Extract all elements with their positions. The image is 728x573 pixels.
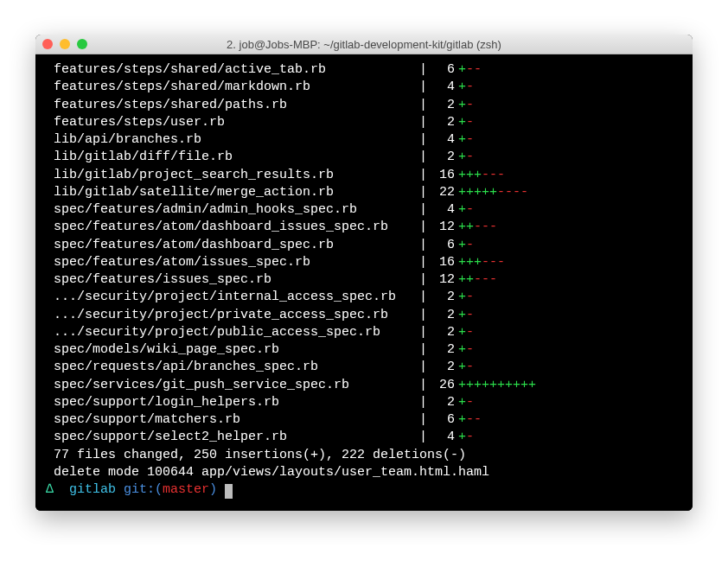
maximize-icon[interactable] xyxy=(77,39,87,49)
diff-pipe: | xyxy=(419,394,427,411)
diff-plus: +++ xyxy=(458,167,482,184)
diff-minus: - xyxy=(466,341,474,359)
diff-count: 4 xyxy=(427,429,458,446)
diff-path: spec/features/admin/admin_hooks_spec.rb xyxy=(46,201,419,219)
diff-path: spec/services/git_push_service_spec.rb xyxy=(46,377,419,394)
diff-count: 2 xyxy=(427,341,458,359)
diff-plus: + xyxy=(458,429,466,446)
prompt-symbol: ∆ xyxy=(46,482,54,497)
diff-path: spec/features/atom/dashboard_issues_spec… xyxy=(46,219,419,236)
diff-count: 16 xyxy=(427,254,458,271)
cursor xyxy=(225,484,233,499)
diff-path: .../security/project/internal_access_spe… xyxy=(46,289,419,306)
diff-row: spec/support/matchers.rb |6 +-- xyxy=(46,411,682,429)
diff-minus: -- xyxy=(466,411,482,429)
diff-row: spec/features/admin/admin_hooks_spec.rb … xyxy=(46,201,682,219)
diff-plus: + xyxy=(458,394,466,411)
diff-row: spec/features/atom/dashboard_issues_spec… xyxy=(46,219,682,236)
diff-row: spec/models/wiki_page_spec.rb |2 +- xyxy=(46,341,682,359)
diff-path: spec/support/login_helpers.rb xyxy=(46,394,419,411)
summary-line: 77 files changed, 250 insertions(+), 222… xyxy=(46,447,682,464)
diff-count: 26 xyxy=(427,377,458,394)
diff-row: .../security/project/private_access_spec… xyxy=(46,307,682,324)
diff-path: .../security/project/private_access_spec… xyxy=(46,307,419,324)
diff-row: .../security/project/public_access_spec.… xyxy=(46,324,682,341)
diff-plus: + xyxy=(458,131,466,149)
diff-minus: - xyxy=(466,114,474,131)
diff-minus: --- xyxy=(474,219,497,236)
diff-row: spec/features/atom/issues_spec.rb |16 ++… xyxy=(46,254,682,271)
diff-pipe: | xyxy=(419,411,427,429)
diff-row: lib/gitlab/diff/file.rb |2 +- xyxy=(46,149,682,166)
diff-path: lib/api/branches.rb xyxy=(46,131,419,149)
diff-row: spec/features/atom/dashboard_spec.rb |6 … xyxy=(46,237,682,254)
diff-plus: + xyxy=(458,97,466,114)
diff-count: 16 xyxy=(427,167,458,184)
diff-path: spec/requests/api/branches_spec.rb xyxy=(46,359,419,376)
diff-plus: + xyxy=(458,324,466,341)
diff-plus: +++++ xyxy=(458,184,497,201)
diff-count: 2 xyxy=(427,324,458,341)
diff-pipe: | xyxy=(419,324,427,341)
diff-minus: - xyxy=(466,201,474,219)
titlebar: 2. job@Jobs-MBP: ~/gitlab-development-ki… xyxy=(35,35,693,54)
prompt-dir: gitlab xyxy=(69,482,116,497)
diff-plus: ++++++++++ xyxy=(458,377,536,394)
diff-count: 6 xyxy=(427,411,458,429)
diff-plus: + xyxy=(458,237,466,254)
diff-pipe: | xyxy=(419,377,427,394)
diff-minus: - xyxy=(466,359,474,376)
diff-row: lib/gitlab/satellite/merge_action.rb |22… xyxy=(46,184,682,201)
diff-plus: + xyxy=(458,79,466,96)
diff-pipe: | xyxy=(419,271,427,289)
diff-plus: + xyxy=(458,61,466,79)
diff-minus: - xyxy=(466,237,474,254)
diff-pipe: | xyxy=(419,237,427,254)
diff-plus: + xyxy=(458,201,466,219)
diff-minus: - xyxy=(466,289,474,306)
prompt-git-label: git: xyxy=(124,482,155,497)
diff-pipe: | xyxy=(419,429,427,446)
diff-pipe: | xyxy=(419,201,427,219)
terminal-body[interactable]: features/steps/shared/active_tab.rb |6 +… xyxy=(35,54,693,511)
diff-path: spec/features/atom/issues_spec.rb xyxy=(46,254,419,271)
diff-pipe: | xyxy=(419,341,427,359)
traffic-lights xyxy=(42,39,87,49)
diff-plus: + xyxy=(458,411,466,429)
diff-minus: - xyxy=(466,149,474,166)
diff-path: features/steps/shared/active_tab.rb xyxy=(46,61,419,79)
diff-path: features/steps/user.rb xyxy=(46,114,419,131)
diff-row: spec/support/login_helpers.rb |2 +- xyxy=(46,394,682,411)
diff-pipe: | xyxy=(419,167,427,184)
diff-count: 6 xyxy=(427,237,458,254)
diff-pipe: | xyxy=(419,184,427,201)
diff-path: .../security/project/public_access_spec.… xyxy=(46,324,419,341)
shell-prompt[interactable]: ∆ gitlab git:(master) xyxy=(46,481,682,499)
terminal-window: 2. job@Jobs-MBP: ~/gitlab-development-ki… xyxy=(35,35,693,511)
diff-plus: + xyxy=(458,114,466,131)
diff-path: lib/gitlab/diff/file.rb xyxy=(46,149,419,166)
diff-row: .../security/project/internal_access_spe… xyxy=(46,289,682,306)
close-icon[interactable] xyxy=(42,39,53,49)
diff-row: spec/requests/api/branches_spec.rb |2 +- xyxy=(46,359,682,376)
diff-pipe: | xyxy=(419,289,427,306)
diff-count: 4 xyxy=(427,131,458,149)
diff-row: features/steps/shared/markdown.rb |4 +- xyxy=(46,79,682,96)
diff-minus: --- xyxy=(482,167,505,184)
diff-path: spec/features/atom/dashboard_spec.rb xyxy=(46,237,419,254)
diff-count: 2 xyxy=(427,394,458,411)
diff-count: 2 xyxy=(427,307,458,324)
summary-line: delete mode 100644 app/views/layouts/use… xyxy=(46,464,682,481)
diff-minus: - xyxy=(466,79,474,96)
diff-row: spec/features/issues_spec.rb |12 ++--- xyxy=(46,271,682,289)
diff-count: 12 xyxy=(427,219,458,236)
diff-plus: + xyxy=(458,307,466,324)
diff-minus: - xyxy=(466,131,474,149)
diff-count: 4 xyxy=(427,201,458,219)
diff-path: spec/features/issues_spec.rb xyxy=(46,271,419,289)
diff-pipe: | xyxy=(419,149,427,166)
diff-pipe: | xyxy=(419,254,427,271)
minimize-icon[interactable] xyxy=(60,39,70,49)
diff-minus: - xyxy=(466,394,474,411)
diff-plus: + xyxy=(458,359,466,376)
